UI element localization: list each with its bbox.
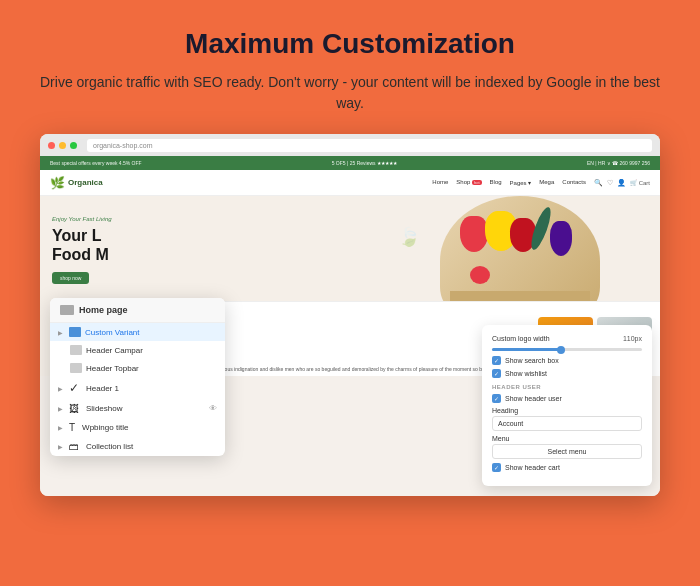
header-user-section-title: HEADER USER [492, 384, 642, 390]
browser-maximize-dot[interactable] [70, 142, 77, 149]
sidebar-item-header1[interactable]: ▶ ✓ Header 1 [50, 377, 225, 399]
browser-close-dot[interactable] [48, 142, 55, 149]
chevron-icon-h1: ▶ [58, 385, 63, 392]
check-icon4: ✓ [494, 464, 499, 471]
leaf-decoration: 🍃 [398, 226, 420, 248]
sidebar-item-collection[interactable]: ▶ 🗃 Collection list [50, 437, 225, 456]
browser-address-bar[interactable]: organica-shop.com [87, 139, 652, 152]
browser-mockup: organica-shop.com ⊞ 🔧 ▦ Best special off… [40, 134, 660, 496]
topbar-reviews: 5 OF5 | 25 Reviews ★★★★★ [332, 160, 397, 166]
hero-text: Enjoy Your Fast Living Your L Food M sho… [52, 216, 112, 284]
nav-pages[interactable]: Pages ▾ [510, 179, 532, 186]
nav-blog[interactable]: Blog [490, 179, 502, 186]
site-navbar: 🌿 Organica Home Shop hot Blog Pages ▾ Me… [40, 170, 660, 196]
check-icon3: ✓ [494, 395, 499, 402]
logo-leaf-icon: 🌿 [50, 176, 65, 190]
wishlist-checkbox[interactable]: ✓ [492, 369, 501, 378]
sidebar-label-custom-variant: Custom Variant [85, 328, 140, 337]
header1-icon: ✓ [69, 381, 79, 395]
user-nav-icon[interactable]: 👤 [617, 179, 626, 187]
hero-tag: Enjoy Your Fast Living [52, 216, 112, 222]
nav-contacts[interactable]: Contacts [562, 179, 586, 186]
page-headline: Maximum Customization [185, 28, 515, 60]
sidebar-panel-header: Home page [50, 298, 225, 323]
header-campar-icon [70, 345, 82, 355]
slideshow-icon: 🖼 [69, 403, 79, 414]
check-icon: ✓ [494, 357, 499, 364]
check-icon2: ✓ [494, 370, 499, 377]
search-box-label: Show search box [505, 357, 559, 364]
logo-text: Organica [68, 178, 103, 187]
header-user-label: Show header user [505, 395, 562, 402]
header-user-row[interactable]: ✓ Show header user [492, 394, 642, 403]
hero-shop-btn[interactable]: shop now [52, 272, 89, 284]
sidebar-label-collection: Collection list [86, 442, 133, 451]
veg-eggplant [550, 221, 572, 256]
chevron-icon: ▶ [58, 329, 63, 336]
topbar-offer-text: Best special offers every week 4.5% OFF [50, 160, 142, 166]
hero-title-line1: Your L [52, 226, 112, 245]
page-container: Maximum Customization Drive organic traf… [0, 0, 700, 586]
eye-icon[interactable]: 👁 [209, 404, 217, 413]
heart-nav-icon[interactable]: ♡ [607, 179, 613, 187]
logo-width-row: Custom logo width 110px [492, 335, 642, 342]
search-nav-icon[interactable]: 🔍 [594, 179, 603, 187]
select-menu-btn[interactable]: Select menu [492, 444, 642, 459]
cart-checkbox[interactable]: ✓ [492, 463, 501, 472]
custom-variant-icon [69, 327, 81, 337]
site-nav-links: Home Shop hot Blog Pages ▾ Mega Contacts [432, 179, 586, 186]
logo-width-slider[interactable] [492, 348, 642, 351]
star-rating: ★★★★★ [377, 160, 397, 166]
site-logo: 🌿 Organica [50, 176, 103, 190]
browser-content: ⊞ 🔧 ▦ Best special offers every week 4.5… [40, 156, 660, 496]
sidebar-label-header1: Header 1 [86, 384, 119, 393]
browser-url: organica-shop.com [93, 142, 153, 149]
nav-mega[interactable]: Mega [539, 179, 554, 186]
nav-shop[interactable]: Shop hot [456, 179, 481, 186]
veg-tomato [470, 266, 490, 284]
slider-thumb[interactable] [557, 346, 565, 354]
logo-width-value: 110px [623, 335, 642, 342]
menu-label: Menu [492, 435, 642, 442]
sidebar-label-slideshow: Slideshow [86, 404, 122, 413]
sidebar-header-icon [60, 305, 74, 315]
sidebar-label-header-campar: Header Campar [86, 346, 143, 355]
header-topbar-icon [70, 363, 82, 373]
hero-title-line2: Food M [52, 245, 112, 264]
sidebar-item-header-campar[interactable]: Header Campar [50, 341, 225, 359]
chevron-icon-ss: ▶ [58, 405, 63, 412]
sidebar-label-header-topbar: Header Topbar [86, 364, 139, 373]
hero-title: Your L Food M [52, 226, 112, 264]
nav-home[interactable]: Home [432, 179, 448, 186]
search-box-row[interactable]: ✓ Show search box [492, 356, 642, 365]
collection-icon: 🗃 [69, 441, 79, 452]
site-topbar: Best special offers every week 4.5% OFF … [40, 156, 660, 170]
cart-row[interactable]: ✓ Show header cart [492, 463, 642, 472]
header-user-checkbox[interactable]: ✓ [492, 394, 501, 403]
slider-fill [492, 348, 560, 351]
wishlist-row[interactable]: ✓ Show wishlist [492, 369, 642, 378]
heading-label: Heading [492, 407, 642, 414]
site-nav-icons: 🔍 ♡ 👤 🛒 Cart [594, 179, 650, 187]
chevron-icon-cl: ▶ [58, 443, 63, 450]
sidebar-item-header-topbar[interactable]: Header Topbar [50, 359, 225, 377]
customization-panel: Custom logo width 110px ✓ Show search bo… [482, 325, 652, 486]
cart-nav-icon[interactable]: 🛒 Cart [630, 179, 650, 186]
sidebar-panel: Home page ▶ Custom Variant Header Campar [50, 298, 225, 456]
logo-width-label: Custom logo width [492, 335, 550, 342]
cart-label: Show header cart [505, 464, 560, 471]
browser-chrome: organica-shop.com [40, 134, 660, 156]
topbar-right: EN | HR ∨ ☎ 260 9997 256 [587, 160, 650, 166]
sidebar-item-slideshow[interactable]: ▶ 🖼 Slideshow 👁 [50, 399, 225, 418]
wishlist-label: Show wishlist [505, 370, 547, 377]
search-box-checkbox[interactable]: ✓ [492, 356, 501, 365]
veg-pepper-red [460, 216, 488, 252]
chevron-icon-wp: ▶ [58, 424, 63, 431]
heading-input[interactable]: Account [492, 416, 642, 431]
sidebar-item-wpbingo[interactable]: ▶ T Wpbingo title [50, 418, 225, 437]
sidebar-item-custom-variant[interactable]: ▶ Custom Variant [50, 323, 225, 341]
website-preview: ⊞ 🔧 ▦ Best special offers every week 4.5… [40, 156, 660, 496]
browser-minimize-dot[interactable] [59, 142, 66, 149]
sidebar-label-wpbingo: Wpbingo title [82, 423, 128, 432]
page-subheadline: Drive organic traffic with SEO ready. Do… [40, 72, 660, 114]
